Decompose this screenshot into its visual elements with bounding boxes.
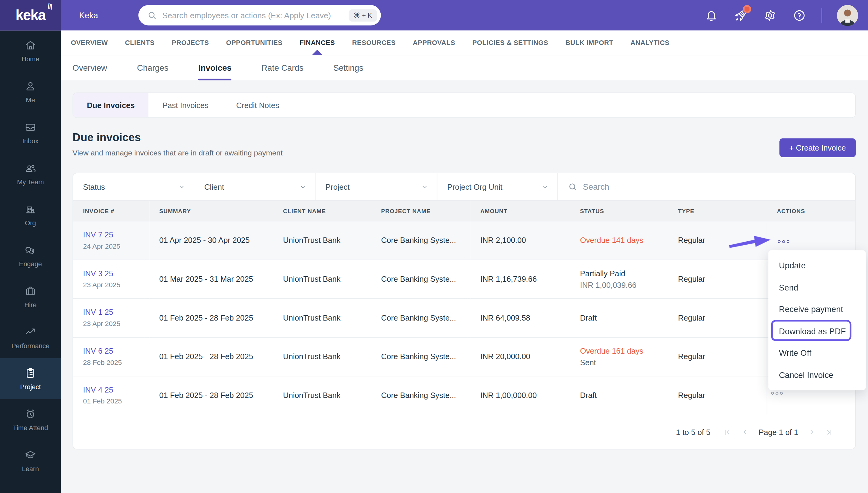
nav-approvals[interactable]: APPROVALS (413, 30, 455, 55)
sidebar-item-label: Time Attend (13, 424, 48, 432)
invoice-link[interactable]: INV 4 25 (83, 386, 145, 394)
invoice-link[interactable]: INV 6 25 (83, 346, 145, 355)
sidebar-item-label: Org (25, 219, 36, 227)
row-actions-menu-icon[interactable] (770, 392, 784, 395)
app-window: keka \\\ Keka ⌘ + K (0, 0, 868, 493)
invoice-link[interactable]: INV 1 25 (83, 308, 145, 317)
menu-item-update[interactable]: Update (768, 255, 866, 277)
project-cell: Core Banking Syste... (371, 221, 470, 260)
sidebar-item-learn[interactable]: Learn (0, 440, 61, 481)
nav-resources[interactable]: RESOURCES (352, 30, 396, 55)
chevron-down-icon (421, 184, 428, 190)
notifications-bell-icon[interactable] (704, 8, 718, 22)
client-cell: UnionTrust Bank (273, 260, 371, 298)
page-title: Due invoices (72, 131, 283, 144)
nav-opportunities[interactable]: OPPORTUNITIES (226, 30, 283, 55)
prev-page-icon[interactable] (741, 428, 749, 436)
user-avatar[interactable] (837, 4, 858, 25)
table-row: INV 7 2524 Apr 2025 01 Apr 2025 - 30 Apr… (73, 221, 855, 260)
status-badge: Partially Paid (580, 269, 664, 277)
table-search[interactable] (558, 173, 855, 200)
menu-item-receive-payment[interactable]: Receive payment (768, 298, 866, 320)
subnav-charges[interactable]: Charges (137, 55, 168, 80)
menu-item-cancel-invoice[interactable]: Cancel Invoice (768, 364, 866, 386)
row-actions-menu-icon[interactable] (777, 240, 790, 243)
next-page-icon[interactable] (808, 428, 816, 436)
nav-bulk-import[interactable]: BULK IMPORT (565, 30, 613, 55)
tab-due-invoices[interactable]: Due Invoices (73, 93, 149, 117)
nav-projects[interactable]: PROJECTS (172, 30, 209, 55)
col-type: TYPE (668, 201, 767, 221)
invoice-link[interactable]: INV 7 25 (83, 230, 145, 239)
org-icon (24, 203, 37, 215)
last-page-icon[interactable] (825, 428, 833, 436)
left-sidebar: Home Me Inbox My Team Org Engage Hire P (0, 30, 61, 493)
global-search-bar[interactable]: ⌘ + K (138, 5, 381, 25)
invoice-date: 28 Feb 2025 (83, 359, 145, 367)
col-status: STATUS (570, 201, 668, 221)
sidebar-item-label: Engage (19, 260, 42, 268)
sidebar-item-project[interactable]: Project (0, 358, 61, 399)
whats-new-rocket-icon[interactable] (734, 8, 748, 22)
sidebar-item-engage[interactable]: Engage (0, 235, 61, 276)
project-filter-dropdown[interactable]: Project (316, 173, 437, 200)
sidebar-item-label: Learn (22, 465, 39, 473)
help-icon[interactable] (792, 8, 806, 22)
sidebar-item-performance[interactable]: Performance (0, 317, 61, 358)
sidebar-item-home[interactable]: Home (0, 30, 61, 71)
type-cell: Regular (668, 298, 767, 337)
nav-clients[interactable]: CLIENTS (125, 30, 154, 55)
nav-finances[interactable]: FINANCES (300, 30, 335, 55)
pagination-range: 1 to 5 of 5 (676, 428, 711, 436)
sidebar-item-me[interactable]: Me (0, 71, 61, 112)
subnav-invoices[interactable]: Invoices (198, 55, 231, 80)
sidebar-item-label: Me (26, 96, 35, 104)
amount-cell: INR 1,00,000.00 (470, 376, 570, 415)
subnav-rate-cards[interactable]: Rate Cards (261, 55, 303, 80)
status-badge: Draft (580, 391, 664, 400)
tab-credit-notes[interactable]: Credit Notes (222, 93, 293, 117)
settings-gear-icon[interactable] (763, 8, 777, 22)
filter-bar: Status Client Project Project Org Unit (73, 173, 855, 201)
summary-cell: 01 Feb 2025 - 28 Feb 2025 (149, 337, 273, 376)
tab-past-invoices[interactable]: Past Invoices (149, 93, 222, 117)
active-subtab-underline (198, 79, 231, 80)
sidebar-item-org[interactable]: Org (0, 194, 61, 235)
client-cell: UnionTrust Bank (273, 298, 371, 337)
summary-cell: 01 Feb 2025 - 28 Feb 2025 (149, 298, 273, 337)
global-search-input[interactable] (162, 11, 349, 20)
menu-item-write-off[interactable]: Write Off (768, 342, 866, 364)
nav-analytics[interactable]: ANALYTICS (631, 30, 669, 55)
chevron-down-icon (299, 184, 306, 190)
top-header: keka \\\ Keka ⌘ + K (0, 0, 868, 30)
client-filter-dropdown[interactable]: Client (194, 173, 316, 200)
sidebar-item-label: Hire (24, 301, 37, 309)
sidebar-item-inbox[interactable]: Inbox (0, 112, 61, 153)
project-org-unit-filter-dropdown[interactable]: Project Org Unit (437, 173, 558, 200)
active-tab-caret (312, 50, 322, 55)
type-cell: Regular (668, 260, 767, 298)
create-invoice-button[interactable]: + Create Invoice (779, 138, 856, 157)
time-attend-icon (24, 408, 37, 420)
menu-item-send[interactable]: Send (768, 277, 866, 298)
sidebar-item-my-team[interactable]: My Team (0, 153, 61, 194)
invoice-link[interactable]: INV 3 25 (83, 269, 145, 278)
table-search-input[interactable] (583, 182, 845, 192)
pagination-page-label: Page 1 of 1 (759, 428, 799, 436)
header-divider (822, 7, 822, 23)
menu-item-download-as-pdf[interactable]: Download as PDF (768, 320, 866, 342)
subnav-overview[interactable]: Overview (72, 55, 107, 80)
sidebar-item-label: Project (20, 383, 41, 391)
keka-logo[interactable]: keka \\\ (0, 0, 61, 30)
sidebar-item-hire[interactable]: Hire (0, 276, 61, 317)
table-header-row: INVOICE # SUMMARY CLIENT NAME PROJECT NA… (73, 201, 855, 221)
status-filter-dropdown[interactable]: Status (73, 173, 194, 200)
subnav-settings[interactable]: Settings (333, 55, 363, 80)
nav-policies-settings[interactable]: POLICIES & SETTINGS (472, 30, 548, 55)
sidebar-item-time-attend[interactable]: Time Attend (0, 399, 61, 440)
nav-overview[interactable]: OVERVIEW (71, 30, 108, 55)
table-row: INV 3 2523 Apr 2025 01 Mar 2025 - 31 Mar… (73, 260, 855, 298)
inbox-icon (24, 121, 37, 133)
col-client-name: CLIENT NAME (273, 201, 371, 221)
first-page-icon[interactable] (724, 428, 732, 436)
